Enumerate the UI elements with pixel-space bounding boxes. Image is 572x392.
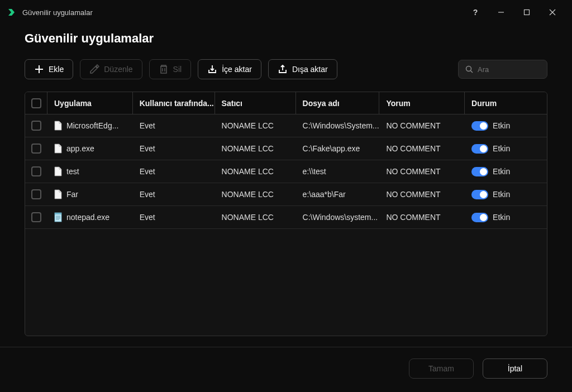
toolbar: Ekle Düzenle Sil İçe aktar Dışa aktar [25,59,547,79]
import-button-label: İçe aktar [222,65,252,74]
row-user-cell: Evet [133,190,215,199]
svg-point-7 [466,66,471,71]
svg-rect-2 [525,10,530,15]
select-all-checkbox[interactable] [31,98,41,108]
window-title: Güvenilir uygulamalar [22,8,463,17]
file-icon [54,121,62,131]
row-vendor-cell: NONAME LCC [215,144,296,153]
row-checkbox-cell [25,189,47,199]
row-filename-cell: C:\Windows\System... [296,121,380,130]
row-app-cell: notepad.exe [47,212,133,222]
row-checkbox-cell [25,212,47,222]
row-app-name: notepad.exe [66,213,109,222]
header-vendor[interactable]: Satıcı [215,92,296,114]
pencil-icon [89,64,99,74]
row-app-name: test [66,167,79,176]
add-button[interactable]: Ekle [25,59,73,79]
minimize-button[interactable] [488,3,514,21]
export-button-label: Dışa aktar [292,65,328,74]
search-input[interactable] [478,65,540,74]
file-icon [54,144,62,154]
row-checkbox[interactable] [31,212,41,222]
row-app-cell: test [47,166,133,176]
status-toggle[interactable] [471,213,488,222]
row-status-cell: Etkin [465,121,547,131]
row-comment-cell: NO COMMENT [379,167,465,176]
row-app-name: app.exe [66,144,94,153]
header-checkbox[interactable] [25,92,47,114]
status-label: Etkin [493,213,510,222]
close-button[interactable] [540,3,565,21]
cancel-button[interactable]: İptal [483,358,547,379]
svg-line-8 [471,71,473,73]
header-app[interactable]: Uygulama [47,92,133,114]
row-filename-cell: e:\\test [296,167,380,176]
import-button[interactable]: İçe aktar [198,59,261,79]
row-user-cell: Evet [133,144,215,153]
file-icon [54,166,62,176]
table-header: Uygulama Kullanıcı tarafında... Satıcı D… [25,92,547,114]
row-filename-cell: C:\Windows\system... [296,213,380,222]
table-row[interactable]: Far Evet NONAME LCC e:\aaa*b\Far NO COMM… [25,183,547,206]
row-app-name: MicrosoftEdg... [66,121,118,130]
edit-button: Düzenle [80,59,142,79]
row-app-name: Far [66,190,78,199]
svg-rect-10 [55,213,61,214]
header-comment[interactable]: Yorum [379,92,465,114]
plus-icon [34,64,44,74]
help-button[interactable]: ? [463,3,488,21]
row-filename-cell: C:\Fake\app.exe [296,144,380,153]
titlebar: Güvenilir uygulamalar ? [0,0,572,25]
export-button[interactable]: Dışa aktar [268,59,337,79]
file-icon [54,212,62,222]
row-app-cell: Far [47,189,133,199]
row-vendor-cell: NONAME LCC [215,167,296,176]
row-checkbox[interactable] [31,144,41,154]
search-icon [465,65,473,73]
status-toggle[interactable] [471,167,488,176]
row-status-cell: Etkin [465,213,547,222]
page-title: Güvenilir uygulamalar [25,31,547,46]
row-user-cell: Evet [133,213,215,222]
table-container: Uygulama Kullanıcı tarafında... Satıcı D… [25,92,547,336]
header-filename[interactable]: Dosya adı [296,92,380,114]
table-row[interactable]: test Evet NONAME LCC e:\\test NO COMMENT… [25,160,547,183]
footer: Tamam İptal [0,347,572,392]
status-toggle[interactable] [471,121,488,131]
table-row[interactable]: notepad.exe Evet NONAME LCC C:\Windows\s… [25,206,547,229]
status-label: Etkin [493,121,510,130]
status-toggle[interactable] [471,144,488,154]
row-user-cell: Evet [133,167,215,176]
file-icon [54,189,62,199]
row-app-cell: app.exe [47,144,133,154]
status-label: Etkin [493,190,510,199]
row-checkbox-cell [25,121,47,131]
table-row[interactable]: app.exe Evet NONAME LCC C:\Fake\app.exe … [25,137,547,160]
header-status[interactable]: Durum [465,92,547,114]
table-body: MicrosoftEdg... Evet NONAME LCC C:\Windo… [25,114,547,229]
row-checkbox-cell [25,144,47,154]
row-checkbox-cell [25,166,47,176]
row-status-cell: Etkin [465,190,547,199]
row-comment-cell: NO COMMENT [379,190,465,199]
search-box[interactable] [458,60,547,79]
maximize-button[interactable] [514,3,540,21]
add-button-label: Ekle [49,65,64,74]
status-label: Etkin [493,144,510,153]
header-user[interactable]: Kullanıcı tarafında... [133,92,215,114]
export-icon [278,64,288,74]
row-vendor-cell: NONAME LCC [215,190,296,199]
table-row[interactable]: MicrosoftEdg... Evet NONAME LCC C:\Windo… [25,114,547,137]
ok-button: Tamam [409,358,474,379]
row-checkbox[interactable] [31,121,41,131]
row-status-cell: Etkin [465,167,547,176]
row-status-cell: Etkin [465,144,547,154]
app-logo-icon [7,7,17,17]
trash-icon [159,64,169,74]
delete-button: Sil [149,59,192,79]
status-toggle[interactable] [471,190,488,199]
row-app-cell: MicrosoftEdg... [47,121,133,131]
row-comment-cell: NO COMMENT [379,144,465,153]
row-checkbox[interactable] [31,166,41,176]
row-checkbox[interactable] [31,189,41,199]
